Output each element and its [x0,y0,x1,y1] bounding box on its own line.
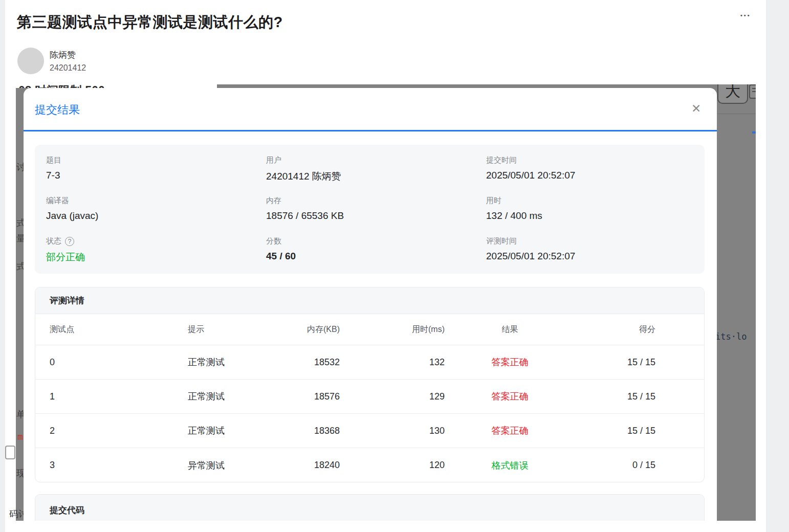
info-cell: 内存 18576 / 65536 KB [266,196,486,236]
table-row: 1 正常测试 18576 129 答案正确 15 / 15 [35,380,704,414]
author-id: 24201412 [50,63,86,73]
info-cell: 用时 132 / 400 ms [486,196,705,236]
submitted-code-card: 提交代码 [35,494,705,521]
info-cell: 评测时间 2025/05/01 20:52:07 [486,236,705,277]
info-cell: 用户 24201412 陈炳赞 [266,156,486,196]
modal-title: 提交结果 [35,102,80,118]
left-gutter [0,0,5,532]
code-text-fragment: its·lo [715,331,747,342]
result-badge: 答案正确 [492,391,529,402]
document-icon [749,84,756,99]
close-icon[interactable]: ✕ [691,102,701,116]
attached-screenshot[interactable]: 08 时间限制 500 大 its·lo 讨 式 量 式 单 m 现 码讨 提交… [5,84,756,521]
info-cell: 分数 45 / 60 [266,236,486,277]
question-title: 第三题测试点中异常测试是测试什么的? [17,12,283,33]
table-row: 2 正常测试 18368 130 答案正确 15 / 15 [35,414,704,448]
help-icon[interactable]: ? [65,237,74,246]
judge-details-card: 评测详情 测试点 提示 内存(KB) 用时(ms) 结果 得分 0 正常测试 1… [35,287,705,482]
result-badge: 格式错误 [492,460,529,471]
page: 第三题测试点中异常测试是测试什么的? ••• 陈炳赞 24201412 08 时… [0,0,789,532]
submission-info-panel: 题目 7-3 用户 24201412 陈炳赞 提交时间 2025/05/01 2… [35,145,705,274]
font-size-button-fragment: 大 [717,84,748,104]
submission-result-modal: 提交结果 ✕ 题目 7-3 用户 24201412 陈炳赞 提交时间 2025/… [24,88,717,521]
background-divider [717,114,756,114]
more-menu-icon[interactable]: ••• [740,12,751,18]
avatar[interactable] [17,48,44,74]
info-cell: 题目 7-3 [46,156,266,196]
info-cell: 编译器 Java (javac) [46,196,266,236]
info-cell: 提交时间 2025/05/01 20:52:07 [486,156,705,196]
author-name: 陈炳赞 [50,49,76,61]
table-row: 3 异常测试 18240 120 格式错误 0 / 15 [35,448,704,482]
table-row: 0 正常测试 18532 132 答案正确 15 / 15 [35,345,704,380]
result-badge: 答案正确 [492,357,529,367]
input-box-fragment [5,446,15,459]
details-title: 评测详情 [35,287,704,314]
result-badge: 答案正确 [492,426,529,436]
right-gutter [766,0,789,532]
blue-text-fragment [752,131,756,134]
header-divider [24,130,717,131]
code-fragment-red: m [17,431,23,442]
background-heading-fragment: 08 时间限制 500 [12,84,217,88]
info-cell-status: 状态? 部分正确 [46,236,266,277]
code-section-title: 提交代码 [35,495,704,521]
table-header: 测试点 提示 内存(KB) 用时(ms) 结果 得分 [35,314,704,345]
